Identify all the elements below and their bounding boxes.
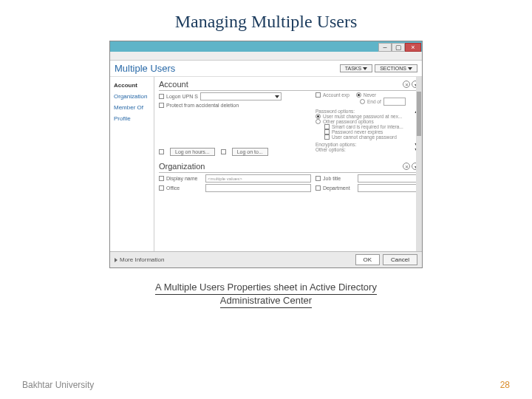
chevron-down-icon: [408, 67, 412, 70]
more-info-link[interactable]: More Information: [115, 256, 164, 263]
dialog-window: – ▢ × Multiple Users TASKS SECTIONS Acco…: [109, 41, 423, 268]
end-of-radio[interactable]: [360, 99, 365, 104]
close-section-icon[interactable]: ✕: [403, 81, 410, 88]
tasks-button[interactable]: TASKS: [340, 64, 372, 72]
close-button[interactable]: ×: [405, 43, 421, 52]
cannot-change-checkbox[interactable]: [324, 134, 330, 140]
sections-button[interactable]: SECTIONS: [375, 64, 417, 72]
display-name-checkbox[interactable]: [159, 176, 164, 181]
other-pwd-radio[interactable]: [316, 119, 321, 124]
end-of-label: End of: [367, 99, 381, 104]
protect-checkbox[interactable]: [159, 103, 164, 108]
office-checkbox[interactable]: [159, 185, 164, 191]
never-radio[interactable]: [356, 92, 361, 98]
office-input[interactable]: [205, 184, 311, 192]
logon-upn-label: Logon UPN S: [166, 94, 198, 99]
slide-caption: A Multiple Users Properties sheet in Act…: [0, 282, 532, 308]
pwd-never-checkbox[interactable]: [324, 129, 330, 134]
display-name-label: Display name: [166, 176, 203, 181]
window-toolbar: [110, 52, 422, 61]
ok-button[interactable]: OK: [355, 254, 381, 265]
maximize-button[interactable]: ▢: [392, 43, 405, 52]
caret-right-icon: [115, 258, 117, 262]
section-title-account: Account: [159, 80, 188, 89]
scrollbar-thumb[interactable]: [417, 92, 421, 136]
job-title-checkbox[interactable]: [316, 176, 321, 181]
titlebar: – ▢ ×: [110, 41, 422, 52]
sidebar-item-organization[interactable]: Organization: [110, 91, 154, 102]
must-change-label: User must change password at nex...: [323, 114, 402, 119]
logon-hours-checkbox[interactable]: [159, 149, 164, 154]
smartcard-checkbox[interactable]: [324, 124, 330, 129]
account-exp-checkbox[interactable]: [316, 92, 321, 98]
pwd-options-label: Password options:: [316, 109, 355, 114]
dialog-header: Multiple Users TASKS SECTIONS: [110, 61, 422, 77]
never-label: Never: [364, 92, 376, 98]
encryption-label: Encryption options:: [316, 142, 356, 147]
close-section-icon[interactable]: ✕: [403, 163, 410, 170]
sidebar-item-profile[interactable]: Profile: [110, 113, 154, 124]
dialog-footer: More Information OK Cancel: [110, 251, 422, 267]
sidebar-item-member-of[interactable]: Member Of: [110, 102, 154, 113]
logon-to-button[interactable]: Log on to...: [232, 148, 268, 156]
must-change-radio[interactable]: [316, 114, 321, 119]
department-input[interactable]: [358, 184, 419, 192]
sidebar: Account Organization Member Of Profile: [110, 77, 154, 256]
other-pwd-label: Other password options: [323, 119, 374, 124]
scrollbar[interactable]: [416, 77, 422, 256]
end-of-date-input[interactable]: [383, 98, 406, 106]
chevron-down-icon: [363, 67, 367, 70]
display-name-input[interactable]: <multiple values>: [205, 174, 311, 183]
office-label: Office: [166, 185, 203, 191]
section-account: Account ✕ ▾ Logon UPN S: [159, 78, 419, 157]
main-panel: Account ✕ ▾ Logon UPN S: [154, 77, 422, 256]
section-organization: Organization ✕ ▾ Display name <multiple …: [159, 160, 419, 194]
logon-to-checkbox[interactable]: [221, 149, 226, 154]
protect-label: Protect from accidental deletion: [166, 103, 239, 108]
logon-hours-button[interactable]: Log on hours...: [170, 148, 215, 156]
sidebar-item-account[interactable]: Account: [110, 80, 154, 91]
slide-title: Managing Multiple Users: [0, 0, 532, 38]
section-title-organization: Organization: [159, 162, 205, 171]
page-number: 28: [500, 380, 510, 390]
other-options-label: Other options:: [316, 147, 346, 152]
logon-upn-dropdown[interactable]: [200, 92, 282, 100]
logon-upn-checkbox[interactable]: [159, 94, 164, 99]
cannot-change-label: User cannot change password: [332, 134, 397, 140]
pwd-never-label: Password never expires: [332, 129, 383, 134]
department-label: Department: [323, 185, 355, 191]
department-checkbox[interactable]: [316, 185, 321, 191]
account-exp-label: Account exp: [323, 92, 349, 98]
slide-footer: Bakhtar University 28: [0, 380, 532, 390]
smartcard-label: Smart card is required for intera...: [332, 124, 403, 129]
job-title-label: Job title: [323, 176, 355, 181]
minimize-button[interactable]: –: [378, 43, 392, 52]
dialog-title: Multiple Users: [115, 63, 175, 74]
footer-institution: Bakhtar University: [22, 380, 94, 390]
job-title-input[interactable]: [358, 174, 419, 183]
chevron-down-icon: [275, 95, 279, 98]
cancel-button[interactable]: Cancel: [383, 254, 417, 265]
